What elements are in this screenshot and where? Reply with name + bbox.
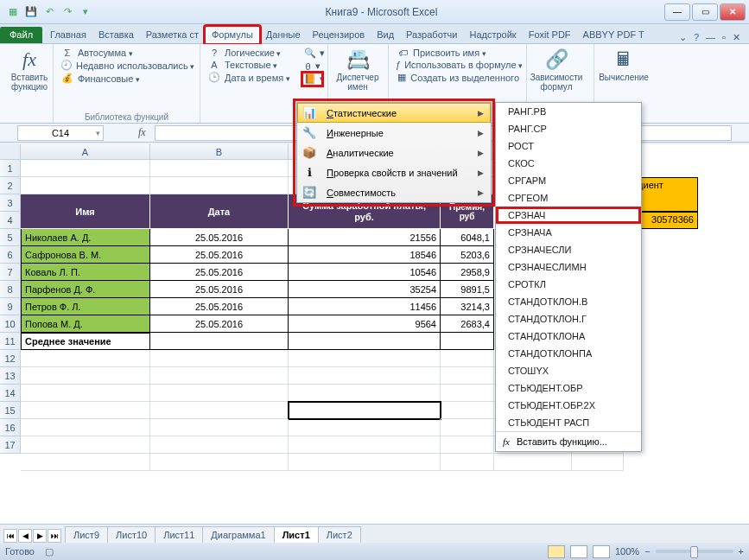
doc-minimize-icon[interactable]: — (706, 32, 715, 43)
cell[interactable] (289, 350, 441, 367)
fx-label-icon[interactable]: fx (104, 126, 155, 139)
cell[interactable]: 9891,5 (441, 281, 494, 298)
cell[interactable] (494, 454, 572, 471)
page-break-view-button[interactable] (593, 545, 610, 558)
cell[interactable] (21, 385, 150, 402)
function-item[interactable]: СКОС (496, 155, 641, 172)
cell[interactable] (150, 333, 289, 350)
row-header-14[interactable]: 14 (0, 385, 21, 402)
zoom-in-button[interactable]: + (739, 546, 744, 557)
cell[interactable]: 5203,6 (441, 246, 494, 264)
insert-function-footer[interactable]: fxВставить функцию... (496, 431, 641, 451)
cell[interactable] (21, 177, 150, 194)
function-item[interactable]: СРГАРМ (496, 172, 641, 189)
sheet-tab[interactable]: Диаграмма1 (202, 526, 274, 543)
row-header-12[interactable]: 12 (0, 350, 21, 367)
cell[interactable]: Сафронова В. М. (21, 246, 150, 264)
cell[interactable] (289, 454, 441, 471)
text-button[interactable]: AТекстовые (206, 59, 292, 71)
autosum-button[interactable]: ΣАвтосумма (59, 47, 194, 59)
submenu-item-3[interactable]: ℹПроверка свойств и значений▶ (297, 162, 491, 182)
file-tab[interactable]: Файл (0, 27, 42, 43)
name-box[interactable]: C14 (17, 125, 104, 141)
function-item[interactable]: РАНГ.РВ (496, 103, 641, 120)
cell[interactable] (150, 160, 289, 177)
cell[interactable] (441, 333, 494, 350)
tab-data[interactable]: Данные (260, 27, 307, 43)
cell[interactable] (150, 402, 289, 419)
cell[interactable]: 9564 (289, 315, 441, 333)
sheet-tab[interactable]: Лист1 (274, 526, 319, 543)
more-functions-button[interactable]: 📙▾ (302, 73, 322, 86)
datetime-button[interactable]: 🕒Дата и время (206, 71, 292, 84)
function-item[interactable]: СРЗНАЧЕСЛИМН (496, 258, 641, 276)
cell[interactable]: Николаев А. Д. (21, 229, 150, 246)
cell[interactable]: Среднее значение (21, 333, 150, 350)
cell[interactable]: Попова М. Д. (21, 315, 150, 333)
create-from-selection-button[interactable]: ▦Создать из выделенного (394, 71, 521, 84)
sheet-tab[interactable]: Лист10 (107, 526, 156, 543)
tab-view[interactable]: Вид (371, 27, 400, 43)
row-header-4[interactable]: 4 (0, 212, 21, 229)
name-manager-button[interactable]: 📇 Диспетчер имен (333, 47, 382, 93)
recent-button[interactable]: 🕘Недавно использовались (59, 59, 194, 72)
cell[interactable]: 10546 (289, 264, 441, 281)
cell[interactable] (21, 350, 150, 367)
math-button[interactable]: θ▾ (302, 60, 322, 73)
zoom-out-button[interactable]: − (644, 546, 650, 557)
cell[interactable] (289, 419, 441, 436)
cell[interactable] (150, 436, 289, 454)
function-item[interactable]: СТЬЮДЕНТ РАСП (496, 414, 641, 431)
cell[interactable] (150, 367, 289, 385)
cell[interactable] (150, 350, 289, 367)
function-item[interactable]: СРОТКЛ (496, 276, 641, 293)
cell[interactable] (289, 436, 441, 454)
minimize-button[interactable]: — (664, 3, 690, 21)
cell[interactable]: Дата (150, 194, 289, 229)
function-item[interactable]: РОСТ (496, 137, 641, 155)
cell[interactable] (21, 367, 150, 385)
redo-icon[interactable]: ↷ (60, 4, 75, 20)
row-header-2[interactable]: 2 (0, 177, 21, 194)
row-header-16[interactable]: 16 (0, 419, 21, 436)
function-item[interactable]: СТАНДОТКЛОН.Г (496, 310, 641, 328)
cell[interactable]: 25.05.2016 (150, 264, 289, 281)
cell[interactable] (21, 419, 150, 436)
ribbon-minimize-icon[interactable]: ⌄ (679, 32, 687, 43)
qat-more-icon[interactable]: ▾ (78, 4, 93, 20)
tab-abbyy[interactable]: ABBYY PDF T (577, 27, 651, 43)
sheet-nav-last-icon[interactable]: ⏭ (48, 529, 61, 543)
cell[interactable]: 11456 (289, 298, 441, 315)
cell[interactable]: 25.05.2016 (150, 229, 289, 246)
cell[interactable] (441, 419, 494, 436)
close-button[interactable]: ✕ (720, 3, 746, 21)
insert-function-button[interactable]: fx Вставить функцию (5, 47, 54, 93)
cell[interactable] (289, 402, 441, 419)
row-header-11[interactable]: 11 (0, 333, 21, 350)
function-item[interactable]: СТЬЮДЕНТ.ОБР.2Х (496, 397, 641, 414)
maximize-button[interactable]: ▭ (692, 3, 718, 21)
tab-layout[interactable]: Разметка ст (140, 27, 205, 43)
cell[interactable]: Коваль Л. П. (21, 264, 150, 281)
cell[interactable] (21, 454, 150, 471)
cell[interactable] (150, 454, 289, 471)
function-item[interactable]: СРЗНАЧ (496, 207, 641, 224)
tab-insert[interactable]: Вставка (92, 27, 140, 43)
cell[interactable] (572, 454, 624, 471)
zoom-slider[interactable] (656, 550, 733, 553)
col-header-A[interactable]: A (21, 144, 150, 160)
cell[interactable] (441, 367, 494, 385)
function-item[interactable]: СТАНДОТКЛОНПА (496, 345, 641, 362)
cell[interactable]: 21556 (289, 229, 441, 246)
assign-name-button[interactable]: 🏷Присвоить имя (394, 47, 521, 59)
sheet-nav-first-icon[interactable]: ⏮ (3, 529, 17, 543)
doc-close-icon[interactable]: ✕ (733, 32, 740, 43)
cell[interactable]: 35254 (289, 281, 441, 298)
col-header-B[interactable]: B (150, 144, 289, 160)
cell[interactable]: 25.05.2016 (150, 246, 289, 264)
undo-icon[interactable]: ↶ (41, 4, 57, 20)
macro-record-icon[interactable]: ▢ (45, 546, 54, 557)
save-icon[interactable]: 💾 (23, 4, 39, 20)
row-header-5[interactable]: 5 (0, 229, 21, 246)
cell[interactable] (21, 436, 150, 454)
